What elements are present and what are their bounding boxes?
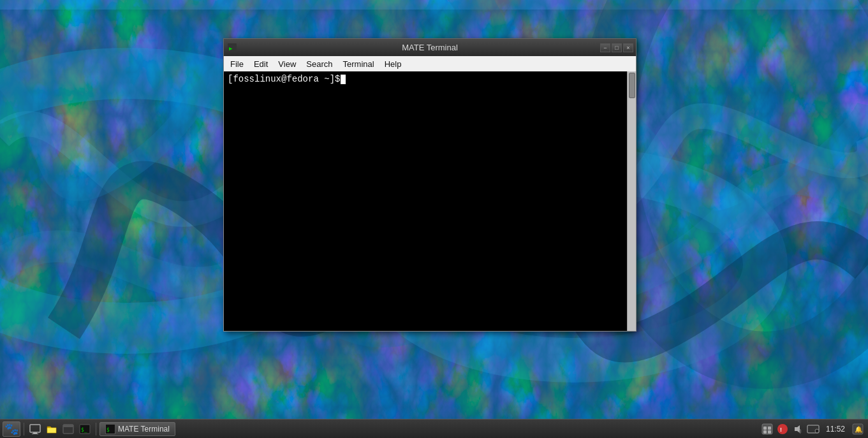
menu-view[interactable]: View xyxy=(273,56,301,71)
terminal-prompt: [fosslinux@fedora ~]$ xyxy=(228,74,623,84)
network-status-icon[interactable] xyxy=(807,423,820,435)
menu-terminal[interactable]: Terminal xyxy=(338,56,379,71)
terminal-window[interactable]: ▶ MATE Terminal − □ × File Edit View Sea… xyxy=(223,38,636,332)
window-title: MATE Terminal xyxy=(402,43,458,52)
menu-bar: File Edit View Search Terminal Help xyxy=(223,56,636,71)
svg-text:): ) xyxy=(800,428,801,434)
file-manager-button[interactable] xyxy=(44,421,59,437)
svg-rect-13 xyxy=(63,425,73,427)
title-bar: ▶ MATE Terminal − □ × xyxy=(223,38,636,56)
svg-text:$: $ xyxy=(107,427,110,433)
terminal-window-button[interactable]: $ MATE Terminal xyxy=(99,422,175,436)
network-icon[interactable] xyxy=(761,423,774,435)
taskbar: 🐾 $_ xyxy=(0,419,868,438)
terminal-window-label: MATE Terminal xyxy=(118,425,170,434)
menu-edit[interactable]: Edit xyxy=(249,56,273,71)
svg-rect-22 xyxy=(768,430,771,434)
svg-rect-20 xyxy=(768,427,771,430)
scrollbar-thumb[interactable] xyxy=(629,73,635,98)
minimize-button[interactable]: − xyxy=(600,43,610,52)
clock[interactable]: 11:52 xyxy=(822,425,849,434)
package-manager-icon[interactable]: ! xyxy=(776,423,789,435)
terminal-scrollbar[interactable] xyxy=(627,71,636,331)
terminal-button[interactable]: $_ xyxy=(77,421,92,437)
svg-text:🔔: 🔔 xyxy=(855,425,863,434)
close-button[interactable]: × xyxy=(623,43,633,52)
separator-1 xyxy=(24,423,24,435)
terminal-window-icon: $ xyxy=(105,424,115,434)
svg-marker-25 xyxy=(795,425,800,433)
app-menu-button[interactable]: 🐾 xyxy=(3,421,20,437)
svg-point-23 xyxy=(777,424,788,434)
terminal-body[interactable]: [fosslinux@fedora ~]$ xyxy=(223,71,636,332)
svg-rect-9 xyxy=(33,432,37,434)
terminal-icon: ▶ xyxy=(228,43,237,52)
taskbar-left: 🐾 $_ xyxy=(0,421,178,437)
browser-button[interactable] xyxy=(61,421,76,437)
volume-icon[interactable]: ) xyxy=(791,423,804,435)
maximize-button[interactable]: □ xyxy=(612,43,622,52)
prompt-text: [fosslinux@fedora ~]$ xyxy=(228,74,340,84)
svg-rect-11 xyxy=(47,428,56,433)
window-controls[interactable]: − □ × xyxy=(600,43,633,52)
notification-icon[interactable]: 🔔 xyxy=(851,423,864,435)
taskbar-right: ! ) 11:52 🔔 xyxy=(757,423,868,435)
svg-rect-8 xyxy=(30,425,40,432)
svg-point-29 xyxy=(815,429,819,433)
svg-text:!: ! xyxy=(780,427,782,433)
svg-rect-10 xyxy=(32,434,38,434)
menu-search[interactable]: Search xyxy=(301,56,337,71)
svg-rect-21 xyxy=(763,430,767,434)
menu-file[interactable]: File xyxy=(225,56,249,71)
terminal-cursor xyxy=(341,75,346,84)
svg-text:$_: $_ xyxy=(81,427,87,433)
menu-help[interactable]: Help xyxy=(379,56,407,71)
terminal-content[interactable]: [fosslinux@fedora ~]$ xyxy=(224,71,627,331)
svg-text:▶: ▶ xyxy=(229,45,233,52)
separator-2 xyxy=(96,423,96,435)
show-desktop-button[interactable] xyxy=(27,421,43,437)
svg-rect-19 xyxy=(763,427,767,430)
